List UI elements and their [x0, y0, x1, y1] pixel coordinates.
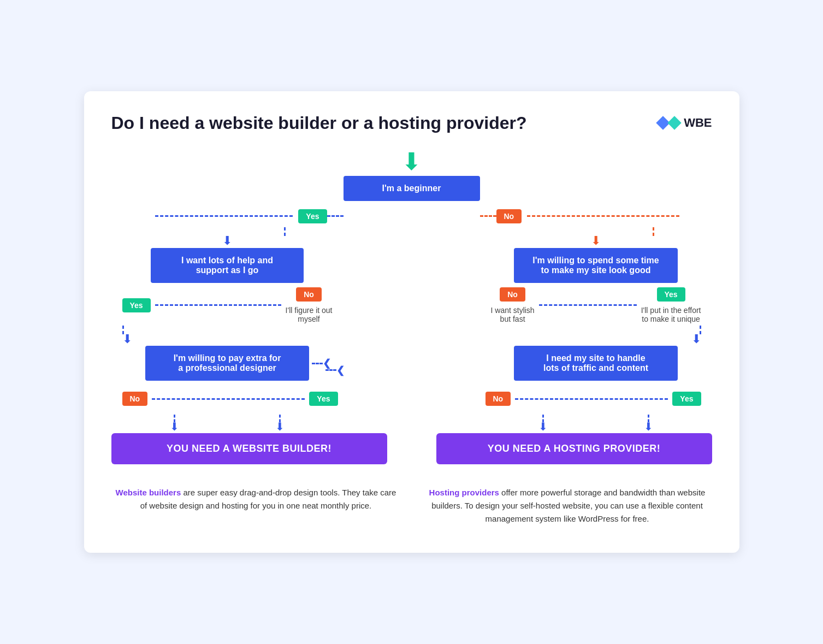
start-arrow-icon: ⬇ — [401, 150, 422, 174]
right-node1-no-badge: No — [500, 287, 525, 302]
right-yes-note: I'll put in the effortto make it unique — [641, 306, 701, 323]
left-description: Website builders are super easy drag-and… — [111, 486, 401, 525]
diamond-teal-icon — [667, 116, 681, 130]
logo-text: WBE — [684, 116, 712, 130]
flowchart-container: ⬇ I'm a beginner Yes No — [111, 150, 712, 464]
left-node2: I'm willing to pay extra fora profession… — [145, 346, 309, 381]
right-description: Hosting providers offer more powerful st… — [423, 486, 712, 525]
header: Do I need a website builder or a hosting… — [111, 113, 712, 133]
left-node1-yes-badge: Yes — [122, 298, 151, 312]
right-branch-arrow-icon: ⬇ — [591, 236, 601, 246]
left-node1: I want lots of help andsupport as I go — [151, 248, 304, 283]
right-node1-yes-badge: Yes — [657, 287, 685, 302]
beginner-yes-badge: Yes — [298, 209, 327, 223]
left-node2-arrow-icon: ⬇ — [122, 334, 132, 344]
beginner-no-badge: No — [496, 209, 522, 223]
page-title: Do I need a website builder or a hosting… — [111, 113, 527, 133]
main-card: Do I need a website builder or a hosting… — [84, 91, 739, 553]
right-no-note: I want stylishbut fast — [491, 306, 535, 323]
right-node2-yes-badge: Yes — [672, 392, 701, 406]
right-desc-highlight: Hosting providers — [429, 488, 499, 497]
left-no-note: I'll figure it outmyself — [286, 306, 333, 323]
beginner-node: I'm a beginner — [344, 176, 480, 201]
right-result: YOU NEED A HOSTING PROVIDER! — [436, 433, 712, 464]
left-node1-no-badge: No — [296, 287, 322, 302]
right-node2: I need my site to handlelots of traffic … — [514, 346, 678, 381]
left-result: YOU NEED A WEBSITE BUILDER! — [111, 433, 387, 464]
logo-diamonds — [658, 118, 679, 128]
descriptions: Website builders are super easy drag-and… — [111, 475, 712, 525]
left-node2-no-badge: No — [122, 392, 148, 406]
right-node2-no-badge: No — [485, 392, 511, 406]
right-node2-arrow-icon: ⬇ — [691, 334, 701, 344]
left-branch-arrow-icon: ⬇ — [222, 236, 232, 246]
logo: WBE — [658, 116, 712, 130]
left-node2-yes-badge: Yes — [309, 392, 338, 406]
left-desc-highlight: Website builders — [116, 488, 181, 497]
right-node1: I'm willing to spend some timeto make my… — [514, 248, 678, 283]
